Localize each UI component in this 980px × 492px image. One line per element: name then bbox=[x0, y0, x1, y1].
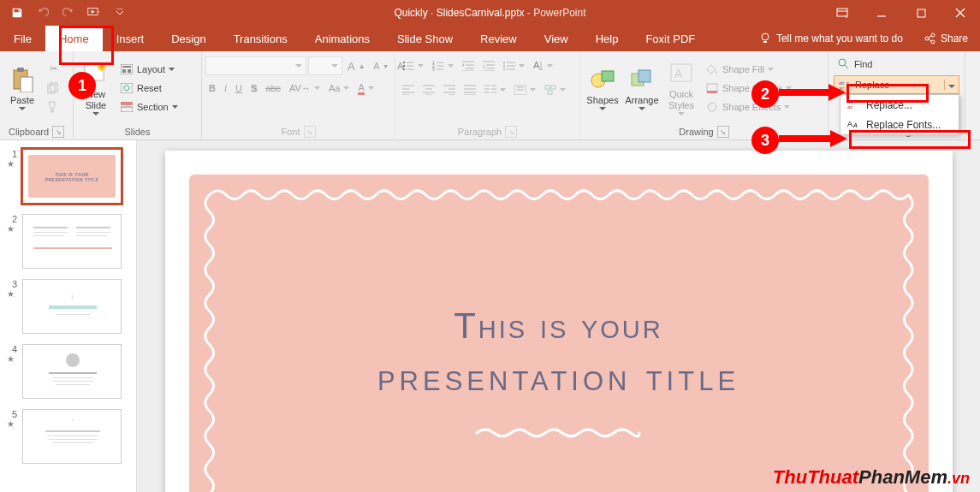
shrink-font-button[interactable]: A▼ bbox=[371, 56, 393, 75]
tab-foxitpdf[interactable]: Foxit PDF bbox=[632, 26, 709, 51]
font-family-combo[interactable] bbox=[205, 56, 306, 75]
section-icon bbox=[120, 100, 134, 114]
shape-effects-button[interactable]: Shape Effects bbox=[702, 98, 795, 116]
increase-indent-button[interactable] bbox=[479, 56, 498, 75]
font-dialog-launcher[interactable]: ↘ bbox=[304, 126, 316, 138]
group-label-paragraph: Paragraph bbox=[458, 127, 502, 137]
share-button[interactable]: Share bbox=[912, 33, 980, 44]
slide-background: This is your presentation title bbox=[189, 175, 929, 492]
svg-rect-68 bbox=[52, 442, 93, 443]
maximize-button[interactable] bbox=[901, 0, 941, 26]
thumbnail-1[interactable]: 1★ THIS IS YOURPRESENTATION TITLE bbox=[0, 147, 136, 212]
justify-button[interactable] bbox=[460, 80, 479, 99]
text-direction-button[interactable]: A bbox=[530, 56, 556, 75]
smartart-button[interactable] bbox=[541, 80, 569, 99]
ribbon-display-options-button[interactable] bbox=[823, 0, 862, 26]
thumbnail-4[interactable]: 4★ bbox=[0, 342, 136, 407]
columns-button[interactable] bbox=[481, 80, 509, 99]
new-slide-button[interactable]: New Slide bbox=[77, 58, 115, 116]
svg-rect-67 bbox=[49, 439, 97, 440]
slide-thumbnail-pane[interactable]: 1★ THIS IS YOURPRESENTATION TITLE 2★ 3★ … bbox=[0, 140, 137, 492]
cut-button[interactable]: ✂ bbox=[43, 60, 63, 79]
shapes-button[interactable]: Shapes bbox=[584, 64, 621, 112]
shape-fill-button[interactable]: Shape Fill bbox=[702, 60, 795, 79]
menu-replace[interactable]: abacReplace... bbox=[840, 95, 959, 115]
bold-button[interactable]: B bbox=[205, 79, 219, 98]
title-placeholder[interactable]: This is your presentation title bbox=[377, 301, 739, 446]
tab-review[interactable]: Review bbox=[466, 26, 531, 51]
start-from-beginning-button[interactable] bbox=[82, 2, 106, 24]
ribbon: Paste ✂ Clipboard↘ New Slide Layout Rese… bbox=[0, 51, 980, 140]
svg-rect-35 bbox=[638, 70, 650, 82]
tab-home[interactable]: Home bbox=[45, 26, 103, 51]
tab-animations[interactable]: Animations bbox=[301, 26, 383, 51]
replace-dropdown-arrow[interactable] bbox=[944, 80, 955, 90]
svg-rect-39 bbox=[707, 91, 717, 93]
tab-help[interactable]: Help bbox=[582, 26, 633, 51]
decrease-indent-button[interactable] bbox=[459, 56, 478, 75]
tab-design[interactable]: Design bbox=[157, 26, 219, 51]
thumbnail-3[interactable]: 3★ 1. bbox=[0, 277, 136, 342]
align-center-button[interactable] bbox=[419, 80, 438, 99]
copy-button[interactable] bbox=[43, 79, 63, 98]
svg-text:A: A bbox=[674, 67, 683, 80]
undo-button[interactable] bbox=[31, 2, 55, 24]
reset-button[interactable]: Reset bbox=[116, 79, 181, 98]
thumbnail-2[interactable]: 2★ bbox=[0, 212, 136, 277]
align-left-button[interactable] bbox=[399, 80, 418, 99]
thumbnail-5[interactable]: 5★ “ bbox=[0, 407, 136, 472]
svg-point-23 bbox=[403, 68, 405, 70]
numbering-button[interactable]: 123 bbox=[429, 56, 457, 75]
menu-replace-fonts[interactable]: AAReplace Fonts... bbox=[840, 115, 959, 134]
grow-font-button[interactable]: A▲ bbox=[344, 56, 369, 75]
decorative-underline bbox=[472, 426, 644, 440]
clipboard-dialog-launcher[interactable]: ↘ bbox=[52, 126, 64, 138]
svg-point-22 bbox=[403, 65, 405, 67]
close-button[interactable] bbox=[941, 0, 980, 26]
qat-customize-button[interactable] bbox=[108, 2, 132, 24]
replace-dropdown-menu: abacReplace... AAReplace Fonts... bbox=[840, 94, 959, 135]
align-right-button[interactable] bbox=[440, 80, 459, 99]
tab-transitions[interactable]: Transitions bbox=[220, 26, 301, 51]
underline-button[interactable]: U bbox=[232, 79, 246, 98]
tab-view[interactable]: View bbox=[531, 26, 582, 51]
drawing-dialog-launcher[interactable]: ↘ bbox=[717, 126, 729, 138]
format-painter-button[interactable] bbox=[43, 98, 63, 116]
svg-rect-16 bbox=[122, 69, 126, 73]
minimize-button[interactable] bbox=[862, 0, 901, 26]
reset-icon bbox=[120, 81, 134, 95]
layout-icon bbox=[120, 62, 134, 76]
tab-insert[interactable]: Insert bbox=[103, 26, 158, 51]
tab-slideshow[interactable]: Slide Show bbox=[383, 26, 466, 51]
save-button[interactable] bbox=[5, 2, 29, 24]
shape-outline-button[interactable]: Shape Outline bbox=[702, 79, 795, 98]
shadow-button[interactable]: S bbox=[247, 79, 260, 98]
bullets-button[interactable] bbox=[399, 56, 427, 75]
change-case-button[interactable]: Aa bbox=[325, 79, 353, 98]
paragraph-dialog-launcher[interactable]: ↘ bbox=[505, 126, 517, 138]
svg-rect-66 bbox=[47, 436, 98, 436]
copy-icon bbox=[46, 81, 60, 95]
quick-styles-button[interactable]: A Quick Styles bbox=[662, 58, 700, 116]
svg-rect-15 bbox=[122, 66, 131, 68]
line-spacing-button[interactable] bbox=[500, 56, 528, 75]
font-size-combo[interactable] bbox=[308, 56, 342, 75]
section-button[interactable]: Section bbox=[116, 98, 181, 116]
tab-file[interactable]: File bbox=[0, 26, 45, 51]
font-color-button[interactable]: A bbox=[354, 79, 377, 98]
replace-splitbutton[interactable]: abac Replace bbox=[834, 75, 959, 94]
align-text-button[interactable] bbox=[511, 80, 539, 99]
svg-rect-51 bbox=[33, 232, 68, 233]
tellme-search[interactable]: Tell me what you want to do bbox=[751, 33, 912, 44]
strikethrough-button[interactable]: abc bbox=[262, 79, 284, 98]
char-spacing-button[interactable]: AV↔ bbox=[286, 79, 324, 98]
paste-button[interactable]: Paste bbox=[3, 64, 41, 112]
slide-canvas-area[interactable]: This is your presentation title bbox=[137, 140, 980, 492]
group-clipboard: Paste ✂ Clipboard↘ bbox=[0, 51, 74, 139]
find-button[interactable]: Find bbox=[834, 55, 959, 74]
layout-button[interactable]: Layout bbox=[116, 60, 181, 79]
italic-button[interactable]: I bbox=[221, 79, 230, 98]
svg-point-21 bbox=[403, 62, 405, 63]
arrange-button[interactable]: Arrange bbox=[623, 64, 661, 112]
redo-button[interactable] bbox=[56, 2, 80, 24]
